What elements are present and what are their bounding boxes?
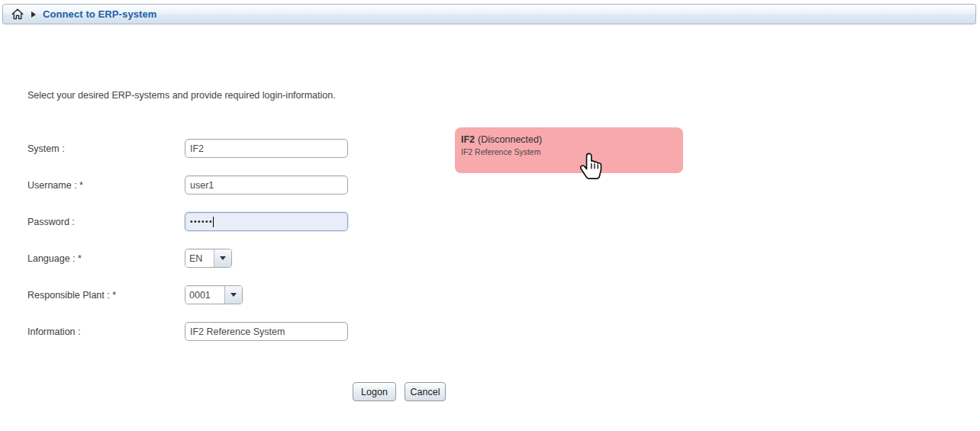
- language-dropdown-button[interactable]: [214, 249, 231, 267]
- logon-button[interactable]: Logon: [353, 382, 396, 401]
- information-label: Information :: [27, 326, 185, 337]
- password-label: Password :: [27, 217, 185, 227]
- username-input[interactable]: user1: [185, 175, 348, 195]
- username-input-value: user1: [190, 180, 214, 191]
- responsible-plant-dropdown-button[interactable]: [225, 286, 242, 304]
- status-state: (Disconnected): [478, 134, 542, 145]
- breadcrumb-arrow-icon: [31, 11, 36, 18]
- system-input-value: IF2: [190, 143, 204, 154]
- system-label: System :: [27, 143, 185, 154]
- responsible-plant-select-value: 0001: [185, 286, 225, 304]
- password-input[interactable]: ••••••: [185, 212, 348, 231]
- information-input[interactable]: IF2 Reference System: [185, 322, 348, 341]
- language-select[interactable]: EN: [185, 249, 232, 268]
- status-title: IF2(Disconnected): [461, 134, 675, 145]
- password-row: Password : ••••••: [27, 212, 348, 231]
- hand-cursor-icon: [580, 153, 602, 183]
- home-icon[interactable]: [10, 7, 25, 22]
- responsible-plant-label: Responsible Plant : *: [27, 290, 185, 301]
- status-system-name: IF2: [461, 134, 475, 145]
- system-input[interactable]: IF2: [185, 139, 348, 158]
- responsible-plant-select[interactable]: 0001: [185, 285, 243, 304]
- instruction-text: Select your desired ERP-systems and prov…: [27, 90, 336, 101]
- password-input-value: ••••••: [190, 212, 213, 231]
- system-row: System : IF2: [27, 139, 348, 158]
- information-input-value: IF2 Reference System: [190, 326, 285, 337]
- breadcrumb: Connect to ERP-system: [2, 4, 976, 24]
- erp-system-status-card[interactable]: IF2(Disconnected) IF2 Reference System: [455, 127, 683, 173]
- cancel-button[interactable]: Cancel: [405, 382, 446, 401]
- status-description: IF2 Reference System: [461, 147, 675, 156]
- language-row: Language : * EN: [27, 249, 232, 268]
- language-label: Language : *: [27, 253, 185, 264]
- information-row: Information : IF2 Reference System: [27, 322, 348, 341]
- responsible-plant-row: Responsible Plant : * 0001: [27, 285, 243, 304]
- text-caret: [213, 217, 214, 227]
- username-row: Username : * user1: [27, 175, 348, 195]
- chevron-down-icon: [230, 293, 237, 297]
- language-select-value: EN: [185, 249, 214, 267]
- chevron-down-icon: [220, 256, 226, 260]
- username-label: Username : *: [27, 180, 185, 191]
- page-title: Connect to ERP-system: [43, 8, 156, 20]
